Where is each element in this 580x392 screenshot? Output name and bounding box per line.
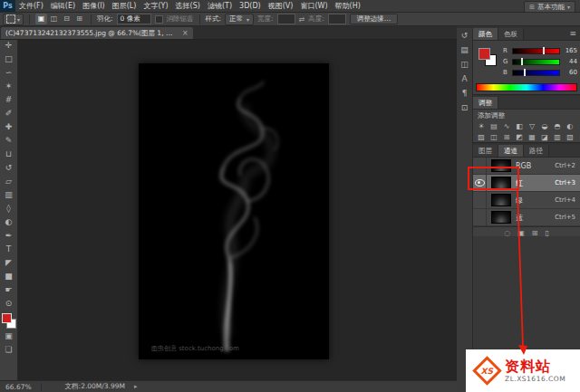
menu-编辑(E)[interactable]: 编辑(E) xyxy=(47,0,79,12)
menu-选择(S)[interactable]: 选择(S) xyxy=(172,0,204,12)
adjustment-color-lookup-icon[interactable]: ⊞ xyxy=(500,132,513,143)
menu-3D(D)[interactable]: 3D(D) xyxy=(236,0,265,12)
visibility-toggle-蓝[interactable] xyxy=(473,209,487,225)
slider-thumb-G[interactable] xyxy=(521,58,523,65)
path-selection-tool[interactable]: ◤ xyxy=(0,256,17,270)
adjustment-threshold-icon[interactable]: ◪ xyxy=(538,132,551,143)
slider-thumb-R[interactable] xyxy=(543,47,545,54)
spot-healing-brush-tool[interactable]: ✚ xyxy=(0,120,17,134)
adjustment-selective-color-icon[interactable]: ▧ xyxy=(564,132,576,143)
panel-menu-icon[interactable]: ≡ xyxy=(569,28,576,40)
channel-thumbnail-RGB xyxy=(491,159,511,172)
channel-row-RGB[interactable]: RGBCtrl+2 xyxy=(473,158,580,175)
panel-character-icon[interactable]: A xyxy=(457,72,472,86)
gradient-tool[interactable]: ▥ xyxy=(0,188,17,202)
brush-tool[interactable]: ✎ xyxy=(0,134,17,148)
menu-窗口(W)[interactable]: 窗口(W) xyxy=(296,0,331,12)
menu-文字(Y)[interactable]: 文字(Y) xyxy=(140,0,171,12)
quick-mask-button[interactable]: ▣ xyxy=(0,330,17,343)
channel-row-红[interactable]: 红Ctrl+3 xyxy=(473,175,580,192)
close-tab-icon[interactable]: × xyxy=(182,29,188,37)
pen-tool[interactable]: ✒ xyxy=(0,229,17,243)
new-selection-icon[interactable]: ▣ xyxy=(35,14,47,24)
adjustment-hue-saturation-icon[interactable]: ◒ xyxy=(538,121,551,132)
adjustment-channel-mixer-icon[interactable]: ◫ xyxy=(488,132,500,143)
swap-dimensions-icon[interactable]: ⇄ xyxy=(299,15,305,24)
zoom-level[interactable]: 66.67% xyxy=(5,383,42,391)
blur-tool[interactable]: ◊ xyxy=(0,202,17,215)
subtract-from-selection-icon[interactable]: ⊟ xyxy=(61,14,72,24)
adjustment-invert-icon[interactable]: ◩ xyxy=(513,132,526,143)
visibility-toggle-RGB[interactable] xyxy=(473,158,487,174)
panel-info-icon[interactable]: ◫ xyxy=(457,57,472,72)
refine-edge-button[interactable]: 调整边缘… xyxy=(350,14,399,24)
adjustment-gradient-map-icon[interactable]: ▥ xyxy=(551,132,564,143)
menu-图层(L)[interactable]: 图层(L) xyxy=(109,0,140,12)
visibility-toggle-绿[interactable] xyxy=(473,192,487,208)
adjustment-levels-icon[interactable]: ▤ xyxy=(488,121,500,132)
color-panel-swatches[interactable] xyxy=(478,48,500,70)
tab-颜色[interactable]: 颜色 xyxy=(473,28,498,40)
quick-selection-tool[interactable]: ✶ xyxy=(0,80,17,93)
tab-adjustments[interactable]: 调整 xyxy=(473,97,498,109)
add-to-selection-icon[interactable]: ◫ xyxy=(48,14,60,24)
feather-input[interactable]: 0 像素 xyxy=(117,14,151,24)
color-spectrum-ramp[interactable] xyxy=(476,83,577,91)
menu-视图(V)[interactable]: 视图(V) xyxy=(265,0,297,12)
slider-track-B[interactable] xyxy=(512,70,560,76)
tab-图层[interactable]: 图层 xyxy=(473,145,498,157)
slider-thumb-B[interactable] xyxy=(524,69,526,76)
height-input[interactable] xyxy=(328,14,346,24)
lasso-tool[interactable]: ∽ xyxy=(0,66,17,80)
tab-通道[interactable]: 通道 xyxy=(498,145,524,157)
style-select[interactable]: 正常 ▾ xyxy=(225,14,254,25)
intersect-selection-icon[interactable]: ⊞ xyxy=(73,14,85,24)
menu-文件(F)[interactable]: 文件(F) xyxy=(15,0,47,12)
eraser-tool[interactable]: ▱ xyxy=(0,175,17,188)
adjustment-exposure-icon[interactable]: ◧ xyxy=(513,121,526,132)
tab-路径[interactable]: 路径 xyxy=(524,145,549,157)
foreground-color-swatch[interactable] xyxy=(2,313,12,323)
slider-track-G[interactable] xyxy=(512,59,560,65)
workspace-switcher[interactable]: ⊞ 基本功能 ▾ xyxy=(524,1,575,13)
screen-mode-button[interactable]: ❏ xyxy=(0,343,17,357)
type-tool[interactable]: T xyxy=(0,243,17,256)
status-menu-arrow-icon[interactable]: ▸ xyxy=(134,383,138,390)
channel-row-绿[interactable]: 绿Ctrl+4 xyxy=(473,192,580,209)
rectangle-tool[interactable]: ■ xyxy=(0,270,17,283)
tab-色板[interactable]: 色板 xyxy=(498,28,524,40)
antialias-checkbox[interactable] xyxy=(155,15,163,24)
history-brush-tool[interactable]: ↺ xyxy=(0,161,17,175)
adjustment-black-white-icon[interactable]: ◐ xyxy=(564,121,576,132)
clone-stamp-tool[interactable]: ⊔ xyxy=(0,148,17,161)
hand-tool[interactable]: ☛ xyxy=(0,283,17,297)
foreground-color-swatch[interactable] xyxy=(478,48,490,60)
document-tab[interactable]: (C)473713242132373555.jpg @ 66.7%(图层 1, … xyxy=(1,27,193,39)
slider-track-R[interactable] xyxy=(512,48,560,54)
color-swatches[interactable] xyxy=(0,312,17,330)
menu-滤镜(T)[interactable]: 滤镜(T) xyxy=(204,0,236,12)
visibility-toggle-红[interactable] xyxy=(473,175,487,191)
panel-history-icon[interactable]: ↺ xyxy=(457,28,472,43)
menu-图像(I)[interactable]: 图像(I) xyxy=(79,0,109,12)
eyedropper-tool[interactable]: ✐ xyxy=(0,107,17,120)
adjustment-curves-icon[interactable]: ∿ xyxy=(500,121,513,132)
panel-clone-source-icon[interactable]: ⊡ xyxy=(457,100,472,115)
adjustment-photo-filter-icon[interactable]: ▨ xyxy=(475,132,488,143)
width-input[interactable] xyxy=(277,14,295,24)
zoom-tool[interactable]: ⊙ xyxy=(0,297,17,311)
adjustment-vibrance-icon[interactable]: ▽ xyxy=(526,121,538,132)
crop-tool[interactable]: # xyxy=(0,93,17,107)
adjustment-posterize-icon[interactable]: ▦ xyxy=(526,132,538,143)
menu-帮助(H)[interactable]: 帮助(H) xyxy=(332,0,364,12)
dodge-tool[interactable]: ◐ xyxy=(0,215,17,229)
adjustment-brightness-contrast-icon[interactable]: ☀ xyxy=(475,121,488,132)
canvas-area[interactable]: 图虫创意 stock.tuchong.com xyxy=(18,39,457,380)
channel-row-蓝[interactable]: 蓝Ctrl+5 xyxy=(473,209,580,226)
panel-paragraph-icon[interactable]: ¶ xyxy=(457,86,472,100)
adjustment-color-balance-icon[interactable]: ◓ xyxy=(551,121,564,132)
tool-preset-picker[interactable]: ▾ xyxy=(3,14,24,25)
panel-navigator-icon[interactable]: ▤ xyxy=(457,43,472,57)
move-tool[interactable]: ✛ xyxy=(0,39,17,53)
rectangular-marquee-tool[interactable]: □ xyxy=(0,53,17,66)
